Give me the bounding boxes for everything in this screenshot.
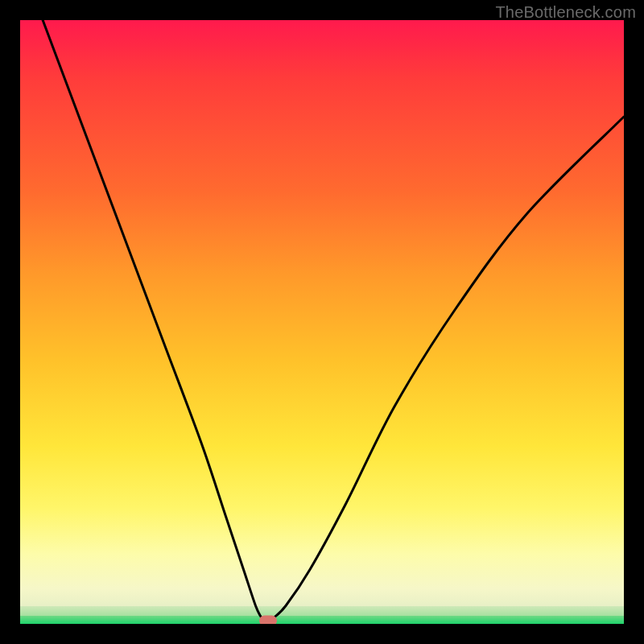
chart-plot-area (20, 20, 624, 624)
minimum-marker (259, 616, 277, 624)
band-greenish (20, 606, 624, 616)
watermark-text: TheBottleneck.com (495, 3, 636, 22)
gradient-background (20, 20, 624, 588)
band-pale (20, 588, 624, 606)
band-green (20, 616, 624, 624)
